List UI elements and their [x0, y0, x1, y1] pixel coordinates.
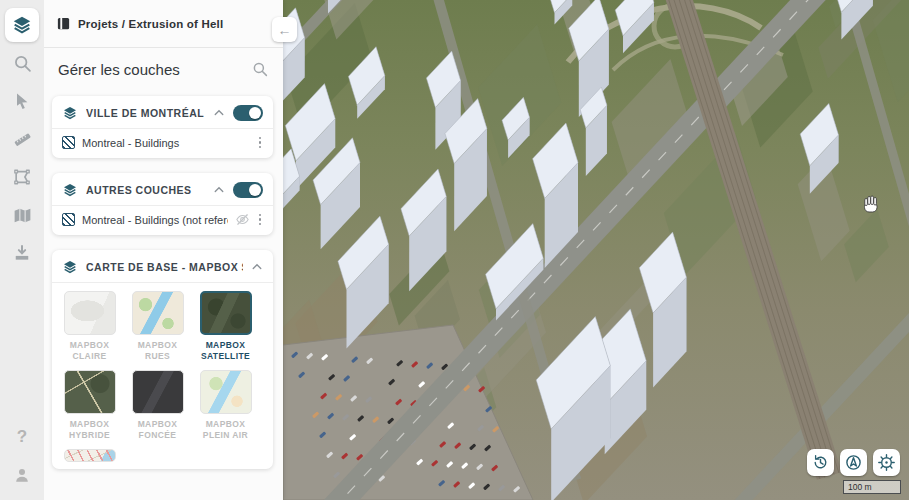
gear-icon — [877, 453, 896, 472]
compass-button[interactable] — [840, 449, 867, 476]
layers-icon — [62, 259, 78, 275]
basemap-label: MAPBOX PLEIN AIR — [196, 419, 255, 441]
rail-item-select[interactable] — [5, 84, 39, 118]
chevron-up-icon[interactable] — [251, 261, 263, 273]
back-arrow-icon: ← — [278, 22, 292, 38]
draw-polygon-icon — [12, 167, 32, 187]
hand-grab-cursor — [865, 196, 878, 212]
basemap-thumbnail[interactable] — [200, 291, 252, 335]
layer-group-card: AUTRES COUCHES Montreal - Buildings (not… — [52, 173, 273, 235]
basemap-card: CARTE DE BASE - MAPBOX SATELLI... MAPBOX… — [52, 250, 273, 469]
layer-group-header[interactable]: AUTRES COUCHES — [52, 175, 273, 205]
rail-item-draw[interactable] — [5, 160, 39, 194]
basemap-option-rues[interactable]: MAPBOX RUES — [128, 291, 187, 362]
app-window: ← 100 m — [0, 0, 909, 500]
basemap-thumbnail[interactable] — [132, 370, 184, 414]
kebab-menu-icon[interactable] — [257, 135, 264, 151]
projects-icon — [56, 16, 71, 31]
layer-row[interactable]: Montreal - Buildings (not referenced) — [52, 206, 273, 233]
settings-button[interactable] — [873, 449, 900, 476]
download-icon — [12, 243, 32, 263]
search-icon[interactable] — [251, 60, 269, 78]
tool-rail: ? — [0, 0, 44, 500]
user-icon — [12, 465, 32, 485]
layers-list[interactable]: VILLE DE MONTRÉAL Montreal - Buildings — [44, 90, 283, 500]
basemap-label: MAPBOX HYBRIDE — [60, 419, 119, 441]
layer-group-card: VILLE DE MONTRÉAL Montreal - Buildings — [52, 96, 273, 158]
basemap-option-foncee[interactable]: MAPBOX FONCÉE — [128, 370, 187, 441]
cursor-icon — [12, 91, 32, 111]
map-icon — [12, 205, 33, 226]
basemap-label: MAPBOX FONCÉE — [128, 419, 187, 441]
help-icon: ? — [17, 427, 27, 447]
basemap-card-title: CARTE DE BASE - MAPBOX SATELLI... — [86, 261, 243, 273]
layer-group-title: AUTRES COUCHES — [86, 184, 205, 196]
basemap-thumbnail[interactable] — [64, 449, 116, 462]
layer-style-swatch — [62, 136, 75, 149]
map-3d-scene — [283, 0, 909, 500]
layer-style-swatch — [62, 213, 75, 226]
rail-item-account[interactable] — [5, 458, 39, 492]
toggle-knob — [249, 184, 261, 196]
toggle-knob — [249, 107, 261, 119]
map-controls — [807, 449, 900, 476]
rail-item-map[interactable] — [5, 198, 39, 232]
rail-item-export[interactable] — [5, 236, 39, 270]
basemap-option-hybride[interactable]: MAPBOX HYBRIDE — [60, 370, 119, 441]
compass-icon — [844, 453, 863, 472]
layers-panel: Projets / Extrusion of Hell Gérer les co… — [44, 0, 283, 500]
basemap-option-osm[interactable] — [60, 449, 119, 467]
layers-icon — [62, 182, 78, 198]
basemap-option-claire[interactable]: MAPBOX CLAIRE — [60, 291, 119, 362]
chevron-up-icon[interactable] — [213, 184, 225, 196]
layers-icon — [11, 14, 33, 36]
layer-label: Montreal - Buildings (not referenced) — [82, 214, 228, 226]
breadcrumb: Projets / Extrusion of Hell — [44, 0, 283, 48]
breadcrumb-label[interactable]: Projets / Extrusion of Hell — [78, 18, 223, 30]
ruler-icon — [12, 129, 33, 150]
basemap-thumbnail[interactable] — [64, 370, 116, 414]
basemap-option-pleinair[interactable]: MAPBOX PLEIN AIR — [196, 370, 255, 441]
layer-row[interactable]: Montreal - Buildings — [52, 129, 273, 156]
layer-group-toggle[interactable] — [233, 105, 263, 121]
kebab-menu-icon[interactable] — [257, 212, 264, 228]
panel-collapse-button[interactable]: ← — [272, 17, 297, 42]
layer-group-toggle[interactable] — [233, 182, 263, 198]
basemap-card-header[interactable]: CARTE DE BASE - MAPBOX SATELLI... — [52, 252, 273, 282]
rail-item-layers[interactable] — [5, 8, 39, 42]
map-scale-bar: 100 m — [843, 480, 901, 494]
basemap-thumbnail[interactable] — [132, 291, 184, 335]
basemap-thumbnail[interactable] — [64, 291, 116, 335]
scale-label: 100 m — [848, 482, 872, 492]
map-viewport[interactable] — [283, 0, 909, 500]
basemap-label: MAPBOX SATELLITE — [196, 340, 255, 362]
chevron-up-icon[interactable] — [213, 107, 225, 119]
basemap-label: MAPBOX CLAIRE — [60, 340, 119, 362]
panel-titlebar: Gérer les couches — [44, 48, 283, 90]
page-title: Gérer les couches — [58, 61, 251, 78]
history-icon — [811, 453, 830, 472]
search-icon — [12, 53, 33, 74]
layer-group-title: VILLE DE MONTRÉAL — [86, 107, 205, 119]
history-button[interactable] — [807, 449, 834, 476]
basemap-thumbnail[interactable] — [200, 370, 252, 414]
rail-item-measure[interactable] — [5, 122, 39, 156]
eye-off-icon[interactable] — [235, 212, 250, 227]
rail-item-help[interactable]: ? — [5, 420, 39, 454]
basemap-option-satellite[interactable]: MAPBOX SATELLITE — [196, 291, 255, 362]
rail-item-search[interactable] — [5, 46, 39, 80]
basemap-label: MAPBOX RUES — [128, 340, 187, 362]
basemap-grid: MAPBOX CLAIREMAPBOX RUESMAPBOX SATELLITE… — [52, 283, 273, 467]
layers-icon — [62, 105, 78, 121]
layer-group-header[interactable]: VILLE DE MONTRÉAL — [52, 98, 273, 128]
layer-label: Montreal - Buildings — [82, 137, 250, 149]
